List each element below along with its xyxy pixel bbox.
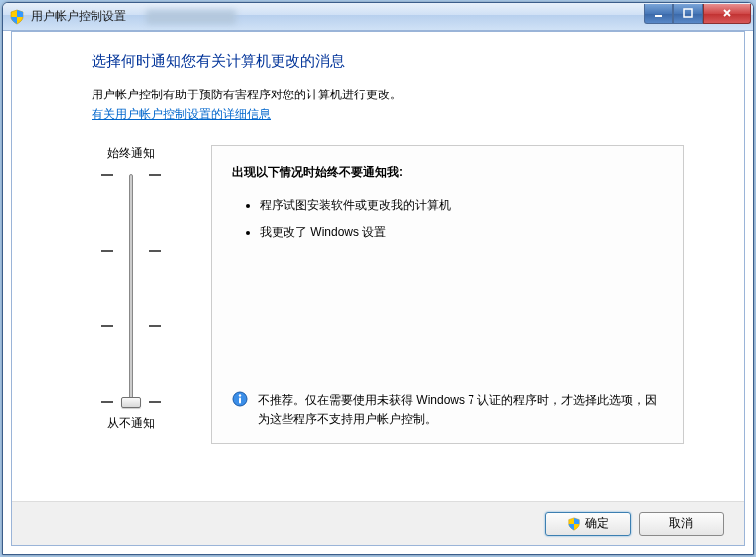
list-item: 程序试图安装软件或更改我的计算机 [260,197,663,214]
maximize-button[interactable] [673,4,703,24]
help-link[interactable]: 有关用户帐户控制设置的详细信息 [92,107,271,121]
slider-area: 始终通知 从不通知 出现以下情况时始终不要通知我: 程序试图安装软件或更改我 [92,145,684,444]
minimize-button[interactable] [644,4,673,24]
cancel-label: 取消 [669,515,693,532]
slider-bottom-label: 从不通知 [107,415,155,432]
ok-button[interactable]: 确定 [545,512,631,536]
slider-column: 始终通知 从不通知 [92,145,171,444]
page-subtext: 用户帐户控制有助于预防有害程序对您的计算机进行更改。 [92,87,684,103]
close-button[interactable] [703,4,751,24]
content-area: 选择何时通知您有关计算机更改的消息 用户帐户控制有助于预防有害程序对您的计算机进… [12,32,744,501]
window-title: 用户帐户控制设置 [31,8,126,25]
page-heading: 选择何时通知您有关计算机更改的消息 [92,52,684,71]
uac-shield-icon [9,9,25,25]
recommendation: 不推荐。仅在需要使用未获得 Windows 7 认证的程序时，才选择此选项，因为… [232,391,663,429]
dialog-footer: 确定 取消 [12,501,744,545]
detail-list: 程序试图安装软件或更改我的计算机 我更改了 Windows 设置 [232,197,663,251]
uac-shield-icon [567,517,581,531]
slider-top-label: 始终通知 [107,145,155,162]
cancel-button[interactable]: 取消 [639,512,724,536]
titlebar[interactable]: 用户帐户控制设置 [3,3,753,31]
svg-rect-4 [239,397,241,403]
recommendation-text: 不推荐。仅在需要使用未获得 Windows 7 认证的程序时，才选择此选项，因为… [258,391,663,429]
window-controls [644,4,751,24]
svg-point-3 [239,394,241,396]
detail-title: 出现以下情况时始终不要通知我: [232,164,663,181]
list-item: 我更改了 Windows 设置 [260,224,663,241]
detail-panel: 出现以下情况时始终不要通知我: 程序试图安装软件或更改我的计算机 我更改了 Wi… [211,145,684,444]
slider-thumb[interactable] [121,397,141,408]
client-area: 选择何时通知您有关计算机更改的消息 用户帐户控制有助于预防有害程序对您的计算机进… [11,31,745,546]
uac-slider[interactable] [101,174,161,403]
dialog-window: 用户帐户控制设置 选择何时通知您有关计算机更改的消息 用户帐户控制有助于预防有害… [2,2,754,555]
ok-label: 确定 [585,515,609,532]
blurred-text [146,10,236,24]
svg-rect-0 [655,15,662,17]
slider-track [129,174,133,403]
svg-rect-1 [684,9,692,17]
info-icon [232,391,248,407]
